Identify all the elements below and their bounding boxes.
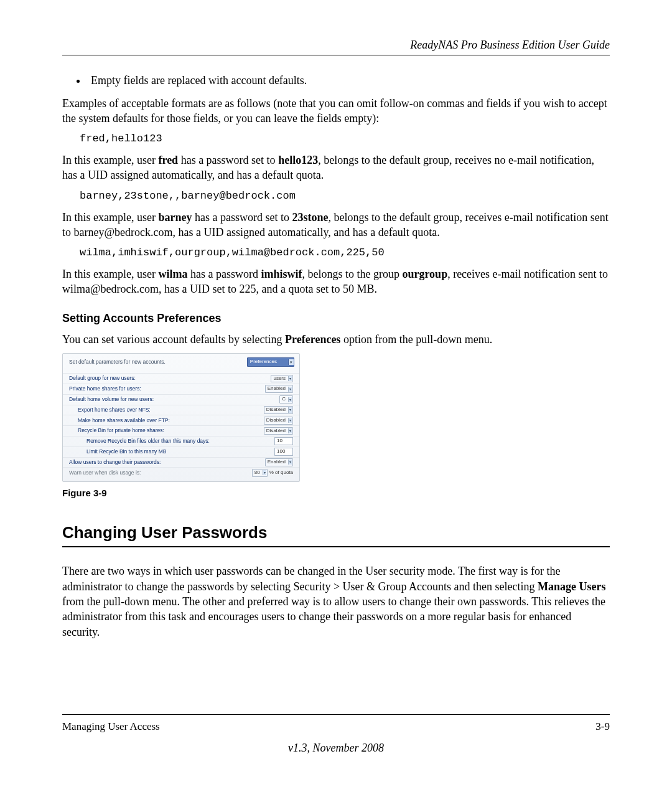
pref-label: Private home shares for users: <box>69 385 265 392</box>
select[interactable]: C▾ <box>279 395 293 404</box>
pref-label: Default group for new users: <box>69 375 271 382</box>
text: has a password set to <box>192 211 292 224</box>
bold-hello123: hello123 <box>278 154 318 166</box>
footer-rule <box>62 714 610 715</box>
code-example-2: barney,23stone,,barney@bedrock.com <box>80 189 610 204</box>
input-value[interactable]: 100 <box>274 448 293 456</box>
chevron-down-icon: ▾ <box>288 407 292 412</box>
select-value: Disabled <box>266 407 286 413</box>
pref-control[interactable]: Disabled▾ <box>264 406 293 414</box>
text: has a password <box>187 268 261 280</box>
pref-row: Recycle Bin for private home shares:Disa… <box>63 425 299 436</box>
select-value: Enabled <box>268 385 286 392</box>
preferences-dropdown[interactable]: Preferences ▾ <box>247 357 294 367</box>
pref-label: Limit Recycle Bin to this many MB <box>69 448 274 455</box>
pref-control[interactable]: Disabled▾ <box>264 427 293 435</box>
select-value: Enabled <box>268 459 286 466</box>
select[interactable]: Disabled▾ <box>264 417 293 425</box>
heading-changing-user-passwords: Changing User Passwords <box>62 522 610 544</box>
footer-page-number: 3-9 <box>595 720 610 734</box>
select[interactable]: Disabled▾ <box>264 406 293 414</box>
chevron-down-icon: ▾ <box>288 359 294 365</box>
bold-ourgroup: ourgroup <box>402 268 447 280</box>
figure-preferences-panel: Set default parameters for new accounts.… <box>62 353 300 482</box>
paragraph-changing-passwords: There are two ways in which user passwor… <box>62 564 610 639</box>
pref-control[interactable]: Enabled▾ <box>265 458 293 466</box>
header-rule <box>62 55 610 55</box>
paragraph-barney: In this example, user barney has a passw… <box>62 210 610 240</box>
figure-header: Set default parameters for new accounts.… <box>63 354 299 373</box>
pref-label: Make home shares available over FTP: <box>69 417 264 424</box>
chevron-down-icon: ▾ <box>288 460 292 465</box>
figure-caption: Figure 3-9 <box>62 487 610 499</box>
bullet-item: Empty fields are replaced with account d… <box>87 73 610 88</box>
paragraph-fred: In this example, user fred has a passwor… <box>62 153 610 183</box>
pref-control[interactable]: 80▾ % of quota <box>252 469 293 477</box>
select-value: Disabled <box>266 417 286 424</box>
chevron-down-icon: ▾ <box>288 387 292 392</box>
pref-row: Limit Recycle Bin to this many MB100 <box>63 446 299 457</box>
bold-preferences: Preferences <box>285 333 340 346</box>
page-footer: Managing User Access 3-9 v1.3, November … <box>62 714 610 755</box>
preferences-dropdown-label: Preferences <box>248 358 288 366</box>
select[interactable]: Disabled▾ <box>264 427 293 435</box>
paragraph-examples-intro: Examples of acceptable formats are as fo… <box>62 96 610 126</box>
paragraph-wilma: In this example, user wilma has a passwo… <box>62 267 610 297</box>
pref-label: Default home volume for new users: <box>69 396 279 403</box>
select-value: Disabled <box>266 428 286 435</box>
running-header: ReadyNAS Pro Business Edition User Guide <box>62 37 610 52</box>
bold-barney: barney <box>158 211 192 224</box>
heading-rule <box>62 546 610 547</box>
pref-label: Export home shares over NFS: <box>69 407 264 413</box>
pref-row: Allow users to change their passwords:En… <box>63 457 299 468</box>
bullet-list: Empty fields are replaced with account d… <box>62 73 610 88</box>
code-example-1: fred,hello123 <box>80 132 610 146</box>
pref-row: Export home shares over NFS:Disabled▾ <box>63 405 299 415</box>
pref-control[interactable]: C▾ <box>279 395 293 404</box>
pref-label: Allow users to change their passwords: <box>69 459 265 466</box>
pref-control[interactable]: Disabled▾ <box>264 417 293 425</box>
paragraph-preferences: You can set various account defaults by … <box>62 332 610 347</box>
chevron-down-icon: ▾ <box>288 376 292 381</box>
text: In this example, user <box>62 211 158 224</box>
select[interactable]: users▾ <box>271 375 293 383</box>
pref-control[interactable]: Enabled▾ <box>265 385 293 393</box>
chevron-down-icon: ▾ <box>288 428 292 433</box>
footer-section-title: Managing User Access <box>62 720 160 734</box>
chevron-down-icon: ▾ <box>263 470 266 475</box>
bold-wilma: wilma <box>158 268 187 280</box>
text: , belongs to the group <box>302 268 402 280</box>
text: In this example, user <box>62 154 158 166</box>
pref-row: Private home shares for users:Enabled▾ <box>63 384 299 394</box>
chevron-down-icon: ▾ <box>288 418 292 423</box>
bold-fred: fred <box>158 154 178 166</box>
text: has a password set to <box>178 154 278 166</box>
code-example-3: wilma,imhiswif,ourgroup,wilma@bedrock.co… <box>80 246 610 260</box>
heading-setting-accounts-preferences: Setting Accounts Preferences <box>62 311 610 326</box>
pref-control[interactable]: 100 <box>274 448 293 456</box>
pref-row: Make home shares available over FTP:Disa… <box>63 415 299 425</box>
text: You can set various account defaults by … <box>62 333 285 346</box>
select-value: users <box>273 375 286 382</box>
pref-control[interactable]: users▾ <box>271 375 293 383</box>
select[interactable]: 80▾ <box>252 469 268 477</box>
select[interactable]: Enabled▾ <box>265 458 293 466</box>
input-value[interactable]: 10 <box>274 437 293 445</box>
text: from the pull-down menu. The other and p… <box>62 595 605 638</box>
pref-control[interactable]: 10 <box>274 437 293 445</box>
select[interactable]: Enabled▾ <box>265 385 293 393</box>
chevron-down-icon: ▾ <box>288 397 292 402</box>
text: In this example, user <box>62 268 158 280</box>
footer-version: v1.3, November 2008 <box>62 740 610 755</box>
select-value: 80 <box>254 470 260 476</box>
pref-label: Recycle Bin for private home shares: <box>69 427 264 434</box>
pref-row: Warn user when disk usage is:80▾ % of qu… <box>63 467 299 478</box>
bold-imhiswif: imhiswif <box>261 268 302 280</box>
bold-manage-users: Manage Users <box>538 580 605 593</box>
pref-label: Remove Recycle Bin files older than this… <box>69 438 274 445</box>
bold-23stone: 23stone <box>292 211 328 224</box>
select-value: C <box>282 396 286 403</box>
suffix-text: % of quota <box>269 470 293 476</box>
pref-row: Default group for new users:users▾ <box>63 373 299 384</box>
figure-title-text: Set default parameters for new accounts. <box>69 359 166 366</box>
